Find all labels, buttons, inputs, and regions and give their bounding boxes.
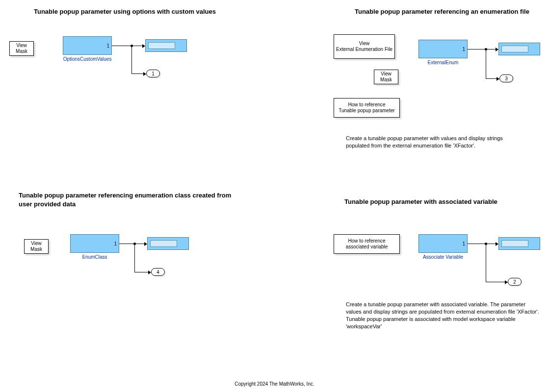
- wire: [486, 244, 486, 282]
- subsystem-enum-class[interactable]: 1: [70, 234, 119, 253]
- outport-s4[interactable]: 2: [508, 278, 522, 286]
- wire: [112, 46, 142, 46]
- subsystem-label-s1: OptionsCustomValues: [63, 56, 112, 62]
- port-label: 1: [462, 241, 465, 246]
- outport-s2[interactable]: 3: [499, 74, 513, 82]
- wire: [134, 272, 148, 272]
- wire: [468, 244, 496, 244]
- port-label: 1: [106, 43, 109, 49]
- wire: [119, 244, 144, 244]
- view-mask-button-s1[interactable]: View Mask: [9, 41, 34, 56]
- wire: [131, 74, 143, 74]
- scope-screen-icon: [501, 46, 528, 52]
- subsystem-associate-variable[interactable]: 1: [418, 234, 468, 253]
- outport-s1[interactable]: 1: [146, 70, 160, 77]
- wire: [486, 282, 505, 282]
- title-s3: Tunable popup parameter referencing enum…: [19, 191, 244, 208]
- subsystem-external-enum[interactable]: 1: [418, 40, 468, 58]
- wire: [468, 49, 496, 49]
- copyright-footer: Copyright 2024 The MathWorks, Inc.: [0, 381, 549, 387]
- wire: [486, 78, 497, 79]
- desc-s2: Create a tunable popup parameter with va…: [346, 135, 523, 149]
- port-label: 1: [114, 241, 117, 246]
- desc-s4: Create a tunable popup parameter with as…: [346, 301, 540, 330]
- wire: [134, 244, 135, 272]
- subsystem-label-s3: EnumClass: [70, 254, 119, 260]
- view-mask-button-s3[interactable]: View Mask: [24, 239, 49, 254]
- subsystem-options-custom-values[interactable]: 1: [63, 36, 112, 55]
- outport-s3[interactable]: 4: [151, 268, 165, 276]
- title-s4: Tunable popup parameter with associated …: [344, 197, 541, 206]
- subsystem-label-s2: ExternalEnum: [418, 60, 468, 65]
- how-to-reference-button-s4[interactable]: How to reference associated variable: [334, 234, 400, 254]
- arrow-icon: [142, 44, 145, 48]
- arrow-icon: [148, 270, 151, 274]
- subsystem-label-s4: Associate Variable: [418, 254, 468, 260]
- scope-screen-icon: [148, 42, 175, 49]
- arrow-icon: [144, 242, 147, 246]
- scope-screen-icon: [501, 240, 528, 247]
- view-mask-button-s2[interactable]: View Mask: [374, 70, 398, 84]
- arrow-icon: [496, 48, 498, 51]
- wire: [131, 46, 132, 74]
- arrow-icon: [496, 242, 498, 246]
- title-s1: Tunable popup parameter using options wi…: [34, 7, 220, 16]
- scope-screen-icon: [150, 240, 177, 247]
- scope-block-s3[interactable]: [147, 237, 189, 250]
- arrow-icon: [143, 72, 146, 76]
- scope-block-s4[interactable]: [498, 237, 540, 250]
- arrow-icon: [497, 77, 499, 81]
- arrow-icon: [505, 280, 508, 284]
- scope-block-s2[interactable]: [498, 43, 540, 55]
- wire: [486, 49, 486, 78]
- scope-block-s1[interactable]: [145, 39, 187, 52]
- view-external-enum-button[interactable]: View External Enumeration File: [334, 34, 395, 59]
- port-label: 1: [462, 47, 465, 52]
- how-to-reference-button-s2[interactable]: How to reference Tunable popup parameter: [334, 98, 400, 118]
- title-s2: Tunable popup parameter referencing an e…: [355, 7, 546, 16]
